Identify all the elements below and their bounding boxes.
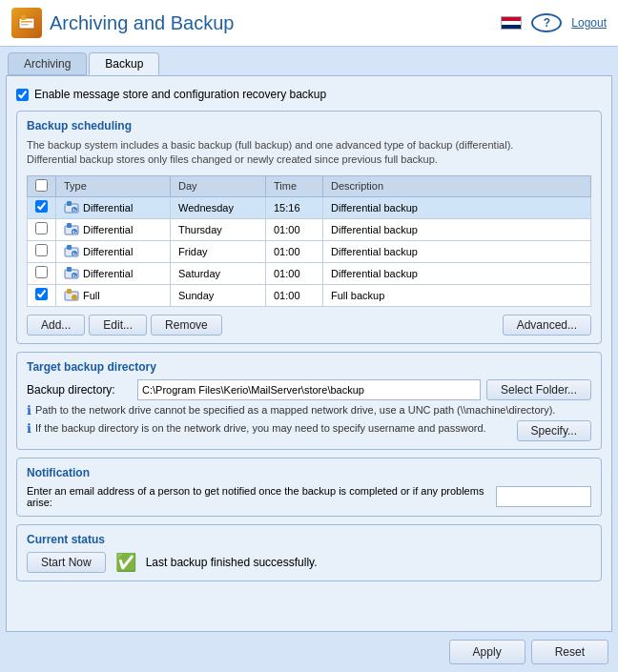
differential-icon: ↻ <box>64 244 79 259</box>
row-checkbox[interactable] <box>35 288 48 300</box>
page-title: Archiving and Backup <box>50 12 234 34</box>
current-status-section: Current status Start Now ✅ Last backup f… <box>16 524 602 581</box>
col-header-check <box>28 175 56 196</box>
add-button[interactable]: Add... <box>27 315 85 336</box>
row-checkbox[interactable] <box>35 266 48 278</box>
dir-label: Backup directory: <box>27 383 132 397</box>
success-icon: ✅ <box>115 552 136 573</box>
reset-button[interactable]: Reset <box>531 640 608 664</box>
col-header-time: Time <box>266 175 323 196</box>
info-icon-1: ℹ <box>27 403 31 417</box>
differential-icon: ↻ <box>64 222 79 237</box>
edit-button[interactable]: Edit... <box>89 315 147 336</box>
target-dir-title: Target backup directory <box>27 360 591 374</box>
svg-rect-9 <box>67 223 72 228</box>
main-window: Archiving and Backup ? Logout Archiving … <box>0 0 618 672</box>
table-row: ↻DifferentialWednesday15:16Differential … <box>28 196 591 218</box>
svg-rect-3 <box>21 24 29 26</box>
backup-scheduling-section: Backup scheduling The backup system incl… <box>16 111 602 344</box>
help-button[interactable]: ? <box>531 13 562 32</box>
current-status-title: Current status <box>27 533 591 546</box>
svg-rect-1 <box>21 15 26 20</box>
svg-point-22 <box>72 295 77 300</box>
info-row-2: ℹ If the backup directory is on the netw… <box>27 422 509 436</box>
table-row: ↻DifferentialThursday01:00Differential b… <box>28 218 591 240</box>
differential-icon: ↻ <box>64 200 79 215</box>
flag-icon <box>501 16 522 30</box>
svg-text:↻: ↻ <box>72 230 76 235</box>
svg-rect-21 <box>67 289 72 294</box>
differential-icon: ↻ <box>64 266 79 281</box>
specify-row: ℹ If the backup directory is on the netw… <box>27 420 591 441</box>
table-row: ↻DifferentialSaturday01:00Differential b… <box>28 262 591 284</box>
enable-label: Enable message store and configuration r… <box>34 88 326 101</box>
status-text: Last backup finished successfully. <box>146 556 318 569</box>
apply-button[interactable]: Apply <box>449 640 525 664</box>
info-row-1: ℹ Path to the network drive cannot be sp… <box>27 404 591 417</box>
title-actions: ? Logout <box>501 13 607 32</box>
advanced-button[interactable]: Advanced... <box>503 315 591 336</box>
scheduling-info: The backup system includes a basic backu… <box>27 138 591 168</box>
app-icon <box>11 8 42 38</box>
svg-rect-2 <box>21 21 32 23</box>
row-checkbox[interactable] <box>35 200 48 213</box>
tab-bar: Archiving Backup <box>0 47 618 75</box>
col-header-description: Description <box>323 175 591 196</box>
svg-rect-17 <box>67 267 72 272</box>
target-dir-section: Target backup directory Backup directory… <box>16 352 602 450</box>
logout-link[interactable]: Logout <box>571 16 607 30</box>
backup-dir-input[interactable] <box>137 379 481 400</box>
svg-rect-13 <box>67 245 72 250</box>
notification-section: Notification Enter an email address of a… <box>16 458 602 517</box>
scheduling-title: Backup scheduling <box>27 119 591 132</box>
schedule-table: Type Day Time Description ↻DifferentialW… <box>27 175 591 307</box>
specify-button[interactable]: Specify... <box>517 420 591 441</box>
notification-title: Notification <box>27 466 591 479</box>
col-header-day: Day <box>171 175 266 196</box>
dir-row: Backup directory: Select Folder... <box>27 379 591 400</box>
status-row: Start Now ✅ Last backup finished success… <box>27 552 591 573</box>
btn-group-left: Add... Edit... Remove <box>27 315 222 336</box>
svg-rect-5 <box>67 201 72 206</box>
title-bar: Archiving and Backup ? Logout <box>0 0 618 47</box>
enable-checkbox[interactable] <box>16 89 29 101</box>
remove-button[interactable]: Remove <box>151 315 222 336</box>
enable-row: Enable message store and configuration r… <box>16 86 602 103</box>
tab-archiving[interactable]: Archiving <box>8 52 87 75</box>
start-now-button[interactable]: Start Now <box>27 552 106 573</box>
table-row: ↻DifferentialFriday01:00Differential bac… <box>28 240 591 262</box>
footer: Apply Reset <box>0 632 618 672</box>
notify-row: Enter an email address of a person to ge… <box>27 485 591 508</box>
table-btn-row: Add... Edit... Remove Advanced... <box>27 315 591 336</box>
full-backup-icon <box>64 288 79 303</box>
select-all-checkbox[interactable] <box>35 179 48 192</box>
row-checkbox[interactable] <box>35 222 48 234</box>
notify-label: Enter an email address of a person to ge… <box>27 485 490 508</box>
content-area: Enable message store and configuration r… <box>6 75 612 632</box>
tab-backup[interactable]: Backup <box>89 52 159 75</box>
col-header-type: Type <box>56 175 171 196</box>
select-folder-button[interactable]: Select Folder... <box>486 379 591 400</box>
svg-text:↻: ↻ <box>72 274 76 279</box>
email-input[interactable] <box>496 486 591 507</box>
svg-text:↻: ↻ <box>72 252 76 257</box>
row-checkbox[interactable] <box>35 244 48 256</box>
info-icon-2: ℹ <box>27 421 31 436</box>
title-left: Archiving and Backup <box>11 8 234 38</box>
svg-text:↻: ↻ <box>72 208 76 214</box>
table-row: FullSunday01:00Full backup <box>28 284 591 306</box>
